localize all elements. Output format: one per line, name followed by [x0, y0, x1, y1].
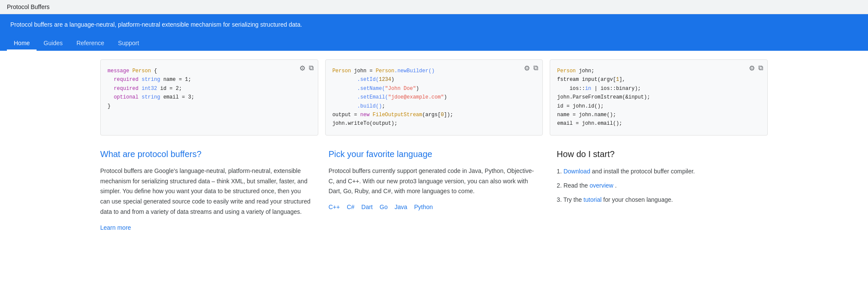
lang-tag-csharp[interactable]: C# [347, 204, 354, 210]
settings-icon-cpp[interactable]: ⚙ [749, 64, 755, 72]
settings-icon[interactable]: ⚙ [299, 64, 305, 72]
lang-tag-dart[interactable]: Dart [361, 204, 372, 210]
section-language-heading: Pick your favorite language [329, 149, 540, 159]
nav-item-home[interactable]: Home [7, 35, 37, 51]
code-java: Person john = Person.newBuilder() .setId… [332, 67, 536, 128]
lang-tags: C++ C# Dart Go Java Python [329, 204, 540, 210]
overview-link[interactable]: overview [590, 182, 613, 189]
tutorial-link[interactable]: tutorial [584, 196, 602, 203]
copy-icon-java[interactable]: ⧉ [533, 64, 538, 72]
nav-item-guides[interactable]: Guides [37, 35, 69, 51]
start-step-3-num: 3. [557, 196, 563, 203]
start-step-1: 1. Download and install the protocol buf… [557, 166, 768, 177]
nav-item-reference[interactable]: Reference [70, 35, 111, 51]
start-step-3-pre: Try the [563, 196, 584, 203]
code-proto: message Person { required string name = … [108, 67, 311, 111]
code-panel-java-icons: ⚙ ⧉ [524, 64, 538, 72]
learn-more-link[interactable]: Learn more [100, 224, 131, 231]
copy-icon-cpp[interactable]: ⧉ [758, 64, 763, 72]
start-list: 1. Download and install the protocol buf… [557, 166, 768, 206]
window-title-bar: Protocol Buffers [0, 0, 868, 14]
window-title: Protocol Buffers [7, 3, 49, 10]
start-step-2-num: 2. [557, 182, 563, 189]
info-sections: What are protocol buffers? Protocol buff… [100, 149, 768, 231]
start-step-2-post: . [615, 182, 617, 189]
banner: Protocol buffers are a language-neutral,… [0, 14, 868, 35]
download-link[interactable]: Download [563, 168, 590, 175]
nav-bar: Home Guides Reference Support [0, 35, 868, 51]
banner-text: Protocol buffers are a language-neutral,… [10, 21, 302, 28]
nav-item-support[interactable]: Support [111, 35, 146, 51]
lang-tag-go[interactable]: Go [380, 204, 388, 210]
section-language: Pick your favorite language Protocol buf… [329, 149, 540, 210]
start-step-2-pre: Read the [563, 182, 590, 189]
start-step-2: 2. Read the overview . [557, 180, 768, 191]
section-what-body: Protocol buffers are Google's language-n… [100, 166, 311, 217]
settings-icon-java[interactable]: ⚙ [524, 64, 530, 72]
code-panel-proto: ⚙ ⧉ message Person { required string nam… [100, 59, 318, 136]
section-what-heading: What are protocol buffers? [100, 149, 311, 159]
start-step-1-text: and install the protocol buffer compiler… [592, 168, 695, 175]
code-panel-java: ⚙ ⧉ Person john = Person.newBuilder() .s… [325, 59, 543, 136]
start-step-3-post: for your chosen language. [603, 196, 673, 203]
lang-tag-cpp[interactable]: C++ [329, 204, 340, 210]
code-panels: ⚙ ⧉ message Person { required string nam… [100, 59, 768, 136]
section-what: What are protocol buffers? Protocol buff… [100, 149, 311, 231]
start-step-3: 3. Try the tutorial for your chosen lang… [557, 194, 768, 205]
section-language-body: Protocol buffers currently support gener… [329, 166, 540, 197]
code-panel-proto-icons: ⚙ ⧉ [299, 64, 314, 72]
code-panel-cpp-icons: ⚙ ⧉ [749, 64, 763, 72]
code-panel-cpp: ⚙ ⧉ Person john; fstream input(argv[1], … [550, 59, 768, 136]
copy-icon[interactable]: ⧉ [309, 64, 314, 72]
lang-tag-python[interactable]: Python [414, 204, 433, 210]
section-start: How do I start? 1. Download and install … [557, 149, 768, 209]
main-content: ⚙ ⧉ message Person { required string nam… [90, 51, 778, 240]
code-cpp: Person john; fstream input(argv[1], ios:… [557, 67, 760, 128]
section-start-heading: How do I start? [557, 149, 768, 159]
start-step-1-num: 1. [557, 168, 563, 175]
lang-tag-java[interactable]: Java [394, 204, 407, 210]
